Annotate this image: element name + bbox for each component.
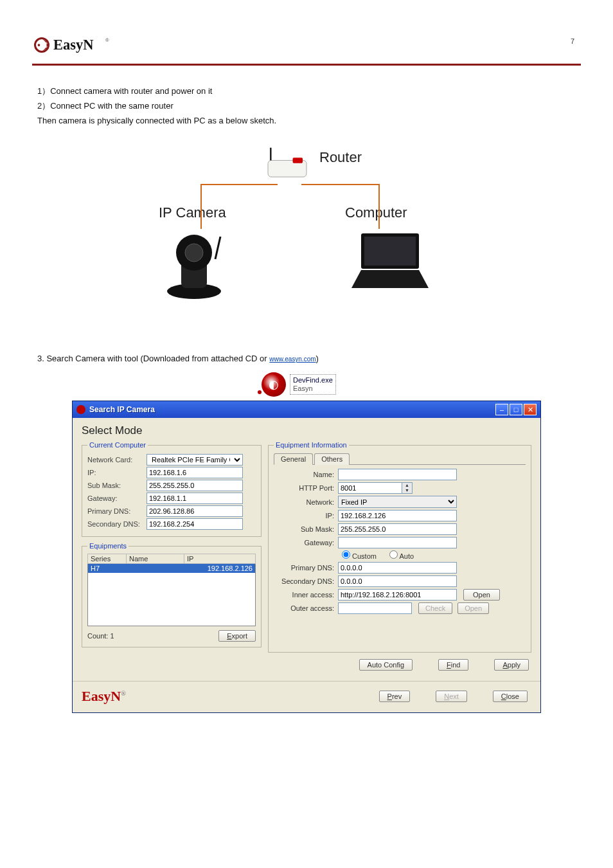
ei-network-label: Network: [274,498,338,506]
svg-point-1 [38,44,40,46]
close-window-button[interactable]: ✕ [524,404,537,415]
count-label: Count: 1 [87,632,114,640]
step3-text: 3. Search Camera with tool (Downloaded f… [32,352,581,366]
col-ip[interactable]: IP [184,554,256,564]
table-row[interactable]: H7 192.168.2.126 [88,564,256,574]
ei-port-input[interactable] [338,482,402,494]
col-series[interactable]: Series [88,554,127,564]
ipcamera-label: IP Camera [159,204,226,221]
cc-ip-input[interactable] [147,467,243,478]
devfind-label: DevFind.exe Easyn [290,374,336,395]
easyn-logo: EasyN ® [32,32,129,58]
next-button[interactable]: Next [436,691,467,702]
network-diagram: Router IP Camera Computer [101,134,512,333]
current-computer-legend: Current Computer [87,441,148,449]
inner-access-input[interactable] [338,589,457,601]
camera-icon [159,224,229,301]
inner-open-button[interactable]: Open [463,589,500,601]
devfind-icon [262,372,286,397]
tab-general[interactable]: General [274,453,313,465]
http-port-spinner[interactable]: ▲▼ [338,482,413,494]
ei-ip-input[interactable] [338,510,457,521]
intro-text: 1）Connect camera with router and power o… [32,85,581,127]
spin-down-icon[interactable]: ▼ [402,488,412,493]
cc-sdns-label: Secondary DNS: [87,520,147,528]
prev-button[interactable]: Prev [379,691,411,702]
spin-up-icon[interactable]: ▲ [402,483,412,488]
outer-open-button[interactable]: Open [458,602,489,614]
close-button[interactable]: Close [493,691,528,702]
cc-pdns-input[interactable] [147,505,243,517]
ei-submask-input[interactable] [338,523,457,535]
ei-name-input[interactable] [338,469,457,480]
export-button[interactable]: Export [218,630,256,642]
ei-gateway-input[interactable] [338,537,457,548]
devfind-shortcut: DevFind.exe Easyn [262,372,351,397]
svg-text:EasyN: EasyN [53,37,94,53]
ei-network-select[interactable]: Fixed IP [338,496,457,508]
router-label: Router [319,149,362,166]
svg-point-0 [35,39,49,52]
radio-custom[interactable]: Custom [342,550,377,560]
brand-header: EasyN ® [32,32,581,66]
ei-ip-label: IP: [274,512,338,520]
titlebar: Search IP Camera – □ ✕ [73,401,540,418]
minimize-button[interactable]: – [495,404,508,415]
equipments-legend: Equipments [87,542,129,550]
window-title: Search IP Camera [89,405,495,414]
find-button[interactable]: Find [438,659,468,671]
col-name[interactable]: Name [127,554,184,564]
maximize-button[interactable]: □ [510,404,522,415]
nc-label: Network Card: [87,456,147,464]
svg-rect-13 [364,237,416,266]
cc-gateway-label: Gateway: [87,494,147,502]
equipment-info-panel: Equipment Information General Others Nam… [268,441,531,653]
ei-sdns-label: Secondary DNS: [274,577,338,585]
tab-others[interactable]: Others [314,453,350,465]
svg-text:®: ® [105,37,109,43]
router-icon [258,147,316,185]
search-ip-camera-window: Search IP Camera – □ ✕ Select Mode Curre… [72,401,541,713]
auto-config-button[interactable]: Auto Config [359,659,413,671]
svg-marker-14 [351,270,429,288]
ei-pdns-label: Primary DNS: [274,564,338,572]
equipments-panel: Equipments Series Name IP H7 [82,542,262,647]
svg-point-10 [185,244,203,262]
cc-sdns-input[interactable] [147,518,243,530]
equipment-info-legend: Equipment Information [274,441,349,449]
network-card-select[interactable]: Realtek PCIe FE Family C [147,454,243,466]
ei-gateway-label: Gateway: [274,539,338,547]
cc-gateway-input[interactable] [147,493,243,504]
outer-access-label: Outer access: [274,604,338,612]
apply-button[interactable]: Apply [494,659,529,671]
inner-access-label: Inner access: [274,591,338,599]
computer-label: Computer [345,204,407,221]
equipments-table[interactable]: Series Name IP H7 192.168.2.126 [87,554,256,626]
bottom-brand: EasyN® [82,688,126,705]
page-number: 7 [571,37,574,45]
laptop-icon [345,230,435,294]
ei-port-label: HTTP Port: [274,484,338,492]
check-button[interactable]: Check [418,602,452,614]
current-computer-panel: Current Computer Network Card: Realtek P… [82,441,262,537]
cc-pdns-label: Primary DNS: [87,507,147,515]
app-icon [76,405,85,414]
cc-ip-label: IP: [87,469,147,476]
ei-submask-label: Sub Mask: [274,525,338,533]
select-mode-heading: Select Mode [82,424,531,437]
outer-access-input[interactable] [338,602,412,614]
ei-sdns-input[interactable] [338,575,457,587]
ei-pdns-input[interactable] [338,562,457,574]
svg-rect-6 [293,158,303,164]
cc-submask-input[interactable] [147,480,243,491]
cc-submask-label: Sub Mask: [87,482,147,489]
svg-line-11 [215,237,220,259]
ei-name-label: Name: [274,471,338,478]
easyn-link[interactable]: www.easyn.com [269,356,315,363]
radio-auto[interactable]: Auto [389,550,414,560]
